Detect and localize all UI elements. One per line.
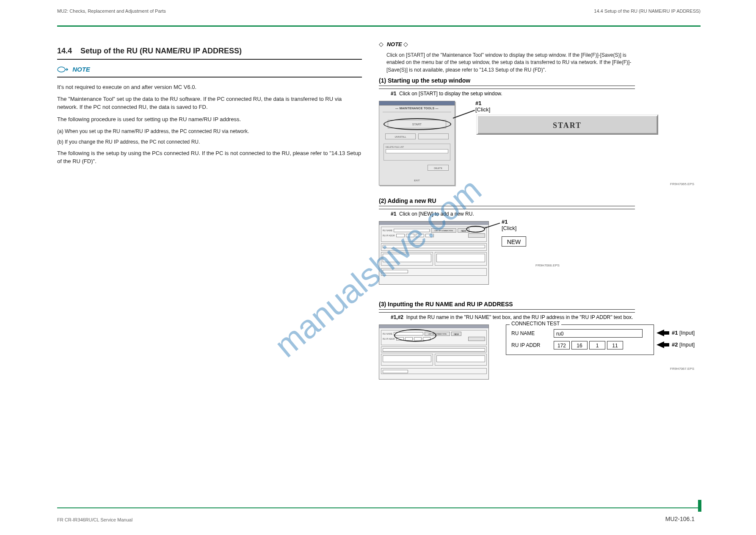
connection-group: RU NAME LIST OF CONNECTION NEW RU IP ADD… [381, 330, 487, 345]
textarea[interactable] [383, 355, 431, 362]
titlebar [379, 325, 488, 328]
ip-input[interactable] [423, 337, 430, 341]
note-label: NOTE [72, 66, 90, 73]
section-rule [57, 59, 362, 60]
start-button-big[interactable]: START [476, 114, 658, 135]
step1-hash: #1 [391, 91, 396, 97]
maintenance-tool-window: — MAINTENANCE TOOLS — START UNINSTALL DE… [379, 101, 455, 186]
button[interactable] [418, 133, 449, 139]
ip-octet-1[interactable]: 172 [554, 341, 570, 349]
connection-group: RU NAME LIST OF CONNECTION NEW RU IP ADD… [381, 227, 487, 242]
note-line: NOTE [57, 65, 362, 78]
callout2-num: #1 [502, 219, 508, 225]
uninstall-button[interactable]: UNINSTALL [385, 133, 416, 139]
group-label: DELETE FILE LIST [386, 146, 448, 148]
group [435, 252, 487, 266]
step1-detail-text: Click on [START] to display the setup wi… [399, 91, 502, 97]
input[interactable] [383, 370, 408, 373]
input[interactable] [383, 348, 485, 352]
ip-octet-2[interactable]: 16 [571, 341, 588, 349]
note-diamond-row: ◇ NOTE ◇ [379, 41, 698, 47]
group [381, 243, 487, 251]
step1-detail: #1 Click on [START] to display the setup… [391, 91, 698, 97]
app-banner: — MAINTENANCE TOOLS — [379, 105, 455, 111]
runame-input[interactable] [394, 332, 423, 335]
callout1-txt: [Click] [475, 106, 490, 113]
label: RU IP ADDR [383, 338, 395, 340]
step1-heading: (1) Starting up the setup window [379, 77, 635, 86]
list-connection-button[interactable]: LIST OF CONNECTION [425, 332, 450, 336]
titlebar [379, 101, 455, 105]
label: RU IP ADDR [383, 234, 395, 237]
diamond-icon: ◇ [379, 41, 384, 47]
exit-label[interactable]: EXIT [414, 179, 419, 182]
callout1: #1 [Click] [475, 100, 490, 113]
input2-callout: #2 [Input] [672, 341, 695, 348]
note-diamond-text: Click on [START] of the "Maintenance Too… [386, 52, 640, 74]
runame-input[interactable] [394, 229, 430, 232]
list-connection-button[interactable]: LIST OF CONNECTION [431, 228, 456, 233]
button-row: UNINSTALL [385, 133, 449, 139]
label: RU NAME [383, 229, 392, 232]
step3-title: (3) Inputting the RU NAME and RU IP ADDR… [379, 301, 513, 308]
button[interactable] [468, 233, 485, 238]
group [381, 354, 433, 366]
svg-point-0 [58, 67, 65, 72]
textarea[interactable] [383, 254, 431, 262]
ip-input[interactable] [414, 337, 422, 341]
ip-input[interactable] [406, 234, 414, 237]
step2-hash: #1 [391, 211, 396, 217]
ip-octet-3[interactable]: 1 [589, 341, 605, 349]
input2-txt: [Input] [679, 341, 695, 348]
button[interactable] [468, 337, 485, 341]
titlebar [379, 222, 488, 225]
callout2-txt: [Click] [502, 225, 516, 231]
ip-input[interactable] [425, 234, 434, 237]
top-rule [57, 25, 701, 27]
item-a: (a) When you set up the RU name/RU IP ad… [57, 128, 362, 135]
ip-input[interactable] [396, 337, 404, 341]
arrow-stem [664, 331, 669, 335]
input[interactable] [383, 245, 485, 248]
ip-octet-4[interactable]: 11 [607, 341, 623, 349]
runame-row: RU NAME ru0 [511, 329, 648, 338]
step1-title: (1) Starting up the setup window [379, 77, 470, 84]
figure-1: — MAINTENANCE TOOLS — START UNINSTALL DE… [379, 101, 698, 190]
rule [379, 209, 635, 209]
header-left: MU2: Checks, Replacement and Adjustment … [57, 8, 166, 14]
figure-2: RU NAME LIST OF CONNECTION NEW RU IP ADD… [379, 221, 698, 293]
label: RU NAME [383, 333, 392, 335]
input[interactable] [383, 270, 408, 273]
input1-txt: [Input] [679, 330, 695, 336]
rule [379, 312, 635, 313]
new-badge: NEW [502, 236, 526, 247]
figure-3: RU NAME LIST OF CONNECTION NEW RU IP ADD… [379, 324, 698, 388]
step3-hash: #1,#2 [391, 314, 403, 320]
textarea[interactable] [436, 355, 485, 362]
step3-detail: #1,#2 Input the RU name in the "RU NAME"… [391, 314, 698, 320]
ref-text: The following is the setup by using the … [57, 150, 362, 166]
callout2: #1 [Click] [502, 219, 516, 231]
ip-input[interactable] [416, 234, 424, 237]
group [381, 252, 433, 266]
step3-detail-text: Input the RU name in the "RU NAME" text … [406, 314, 633, 320]
file-list-input[interactable] [386, 149, 448, 153]
delete-button[interactable]: DELETE [428, 165, 449, 171]
ip-group: 172 16 1 11 [554, 341, 623, 349]
textarea[interactable] [436, 254, 485, 262]
arrow-icon [657, 341, 664, 348]
input1-num: #1 [672, 330, 678, 336]
delete-file-group: DELETE FILE LIST [384, 144, 450, 161]
para2: The following procedure is used for sett… [57, 116, 362, 124]
new-button-small[interactable]: NEW [451, 332, 461, 336]
runame-field[interactable]: ru0 [554, 329, 643, 338]
ip-input[interactable] [396, 234, 405, 237]
step2-detail: #1 Click on [NEW] to add a new RU. [391, 211, 698, 217]
setup-dialog: RU NAME LIST OF CONNECTION NEW RU IP ADD… [379, 221, 489, 285]
section-title: Setup of the RU (RU NAME/RU IP ADDRESS) [80, 47, 242, 55]
new-button-small[interactable]: NEW [458, 228, 469, 233]
left-column: 14.4 Setup of the RU (RU NAME/RU IP ADDR… [57, 47, 362, 169]
ip-input[interactable] [405, 337, 413, 341]
diamond-icon: ◇ [403, 41, 408, 47]
start-button-small[interactable]: START [388, 120, 446, 128]
